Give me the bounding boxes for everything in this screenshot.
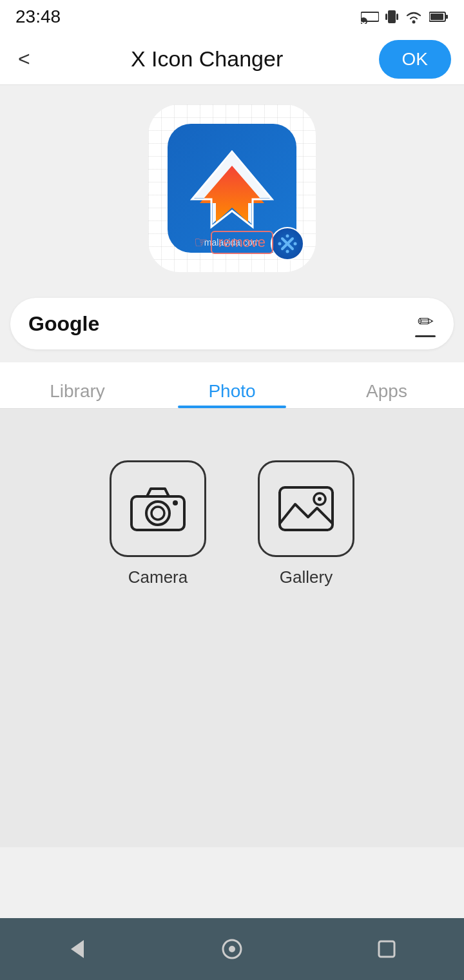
svg-rect-31 [379, 941, 394, 957]
nav-back-icon [66, 937, 89, 961]
app-name-text: Google [28, 312, 99, 336]
camera-icon [129, 485, 187, 533]
remove-overlay: ☞ remove [271, 227, 304, 260]
svg-point-22 [146, 502, 169, 525]
svg-point-18 [294, 242, 297, 246]
svg-point-27 [318, 497, 322, 501]
wifi-icon [405, 10, 423, 24]
hand-icon: ☞ [194, 233, 208, 251]
app-icon-inner: malavida.com ☞ remove [168, 124, 296, 253]
svg-point-23 [151, 507, 164, 520]
svg-rect-5 [385, 14, 387, 20]
bottom-nav [0, 918, 464, 980]
app-bar: < X Icon Changer OK [0, 34, 464, 85]
edit-button[interactable]: ✏ [415, 310, 436, 337]
tab-library-label: Library [50, 381, 105, 402]
nav-recent-icon [375, 937, 398, 961]
app-bar-title: X Icon Changer [131, 46, 283, 72]
nav-recent-button[interactable] [361, 923, 412, 975]
remove-label: remove [211, 231, 273, 254]
status-bar: 23:48 [0, 0, 464, 34]
svg-point-19 [286, 250, 289, 253]
gallery-icon-wrap [258, 460, 354, 557]
x-badge[interactable] [271, 227, 304, 260]
svg-point-7 [412, 21, 416, 24]
svg-point-3 [362, 20, 365, 23]
tab-library[interactable]: Library [0, 381, 155, 408]
svg-rect-4 [388, 10, 396, 23]
svg-point-20 [278, 242, 282, 246]
svg-rect-6 [396, 14, 398, 20]
x-cross-icon [277, 233, 298, 254]
photo-content: Camera Gallery [0, 409, 464, 847]
nav-back-button[interactable] [52, 923, 103, 975]
tabs-bar: Library Photo Apps [0, 362, 464, 409]
gallery-icon [277, 485, 335, 533]
gallery-option[interactable]: Gallery [258, 460, 354, 587]
photo-options: Camera Gallery [110, 460, 354, 587]
tab-photo[interactable]: Photo [155, 381, 309, 408]
battery-icon [429, 11, 449, 23]
svg-point-24 [173, 500, 178, 505]
edit-underline [415, 335, 436, 337]
pencil-icon: ✏ [418, 310, 434, 333]
svg-marker-28 [71, 940, 84, 958]
svg-marker-12 [200, 166, 264, 222]
svg-point-17 [286, 235, 289, 238]
vibrate-icon [385, 8, 398, 25]
tab-active-indicator [178, 406, 286, 408]
tab-photo-label: Photo [208, 381, 255, 402]
cast-icon [361, 10, 379, 24]
svg-rect-25 [280, 487, 333, 530]
m-logo-icon [180, 146, 284, 230]
back-button[interactable]: < [13, 42, 35, 76]
icon-preview-section: malavida.com ☞ remove [0, 85, 464, 285]
nav-home-button[interactable] [206, 923, 258, 975]
tab-apps[interactable]: Apps [309, 381, 464, 408]
camera-label: Camera [128, 567, 188, 587]
svg-point-30 [229, 946, 235, 952]
svg-rect-10 [430, 14, 443, 20]
status-icons [361, 8, 449, 25]
nav-home-icon [220, 937, 244, 961]
status-time: 23:48 [15, 6, 61, 27]
camera-option[interactable]: Camera [110, 460, 206, 587]
svg-rect-9 [445, 15, 448, 19]
tab-apps-label: Apps [366, 381, 407, 402]
app-name-bar: Google ✏ [10, 298, 454, 349]
icon-frame: malavida.com ☞ remove [148, 104, 316, 272]
gallery-label: Gallery [280, 567, 333, 587]
ok-button[interactable]: OK [379, 40, 451, 79]
camera-icon-wrap [110, 460, 206, 557]
remove-callout: ☞ remove [194, 231, 273, 254]
